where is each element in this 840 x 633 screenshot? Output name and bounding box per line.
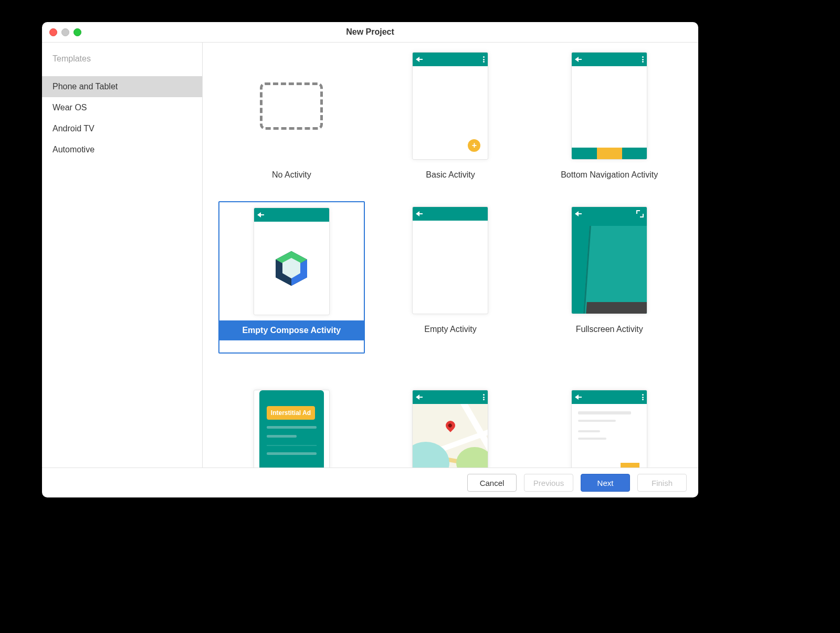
fab-add-icon: + bbox=[468, 139, 480, 152]
previous-button[interactable]: Previous bbox=[524, 474, 573, 492]
template-thumb bbox=[403, 201, 498, 319]
back-arrow-icon bbox=[416, 395, 419, 400]
template-thumb bbox=[562, 356, 657, 468]
finish-button[interactable]: Finish bbox=[637, 474, 687, 492]
template-thumb bbox=[244, 47, 339, 165]
dashed-rect-icon bbox=[260, 82, 323, 130]
minimize-window-button[interactable] bbox=[61, 28, 69, 36]
ad-chip: Interstitial Ad bbox=[267, 406, 315, 420]
new-project-window: New Project Templates Phone and Tablet W… bbox=[42, 22, 698, 497]
traffic-lights bbox=[49, 28, 81, 36]
template-label: Fullscreen Activity bbox=[536, 319, 682, 339]
back-arrow-icon bbox=[575, 211, 579, 216]
template-thumb: Interstitial Ad bbox=[244, 356, 339, 468]
back-arrow-icon bbox=[416, 211, 419, 216]
template-label: Empty Activity bbox=[377, 319, 524, 339]
zoom-window-button[interactable] bbox=[74, 28, 81, 36]
sidebar-item-phone-and-tablet[interactable]: Phone and Tablet bbox=[42, 76, 202, 97]
template-label: Basic Activity bbox=[377, 165, 524, 185]
template-gallery: No Activity + Basic Activity bbox=[203, 43, 698, 468]
template-thumb bbox=[403, 356, 498, 468]
content: Templates Phone and Tablet Wear OS Andro… bbox=[42, 43, 698, 468]
template-fullscreen-activity[interactable]: Fullscreen Activity bbox=[536, 201, 682, 354]
back-arrow-icon bbox=[575, 57, 579, 62]
cancel-button[interactable]: Cancel bbox=[467, 474, 517, 492]
template-thumb bbox=[562, 201, 657, 319]
titlebar: New Project bbox=[42, 22, 698, 43]
template-thumb bbox=[562, 47, 657, 165]
fullscreen-icon bbox=[636, 210, 644, 217]
template-basic-activity[interactable]: + Basic Activity bbox=[377, 47, 524, 199]
button-label: Finish bbox=[652, 479, 673, 487]
sidebar-heading: Templates bbox=[42, 54, 202, 76]
sidebar-item-label: Android TV bbox=[52, 124, 94, 133]
sidebar-item-label: Automotive bbox=[52, 145, 94, 154]
template-map-activity[interactable] bbox=[377, 356, 524, 468]
back-arrow-icon bbox=[416, 57, 419, 62]
template-bottom-navigation-activity[interactable]: Bottom Navigation Activity bbox=[536, 47, 682, 199]
sidebar-item-label: Wear OS bbox=[52, 103, 87, 112]
more-menu-icon bbox=[483, 56, 485, 63]
bottom-nav-icon bbox=[572, 148, 647, 159]
sidebar-item-wear-os[interactable]: Wear OS bbox=[42, 97, 202, 118]
sidebar-item-android-tv[interactable]: Android TV bbox=[42, 118, 202, 139]
template-empty-activity[interactable]: Empty Activity bbox=[377, 201, 524, 354]
button-label: Cancel bbox=[480, 479, 505, 487]
template-empty-compose-activity[interactable]: Empty Compose Activity bbox=[218, 201, 365, 354]
back-arrow-icon bbox=[575, 395, 579, 400]
template-thumb: + bbox=[403, 47, 498, 165]
sidebar: Templates Phone and Tablet Wear OS Andro… bbox=[42, 43, 203, 468]
template-label: Empty Compose Activity bbox=[219, 320, 364, 340]
template-interstitial-ad[interactable]: Interstitial Ad Interstitial Ad bbox=[218, 356, 365, 468]
back-arrow-icon bbox=[257, 212, 261, 217]
window-title: New Project bbox=[42, 27, 698, 37]
button-label: Previous bbox=[533, 479, 564, 487]
more-menu-icon bbox=[642, 56, 644, 63]
template-thumb bbox=[244, 202, 339, 320]
button-bar: Cancel Previous Next Finish bbox=[42, 468, 698, 497]
template-no-activity[interactable]: No Activity bbox=[218, 47, 365, 199]
next-button[interactable]: Next bbox=[581, 474, 630, 492]
more-menu-icon bbox=[483, 394, 485, 400]
template-label: Bottom Navigation Activity bbox=[536, 165, 682, 185]
close-window-button[interactable] bbox=[49, 28, 57, 36]
sidebar-item-label: Phone and Tablet bbox=[52, 82, 118, 91]
template-label: No Activity bbox=[218, 165, 365, 185]
button-label: Next bbox=[597, 479, 614, 487]
more-menu-icon bbox=[642, 394, 644, 400]
sidebar-item-automotive[interactable]: Automotive bbox=[42, 139, 202, 160]
compose-logo-icon bbox=[254, 222, 329, 315]
map-pin-icon bbox=[446, 421, 455, 430]
template-detail-activity[interactable] bbox=[536, 356, 682, 468]
